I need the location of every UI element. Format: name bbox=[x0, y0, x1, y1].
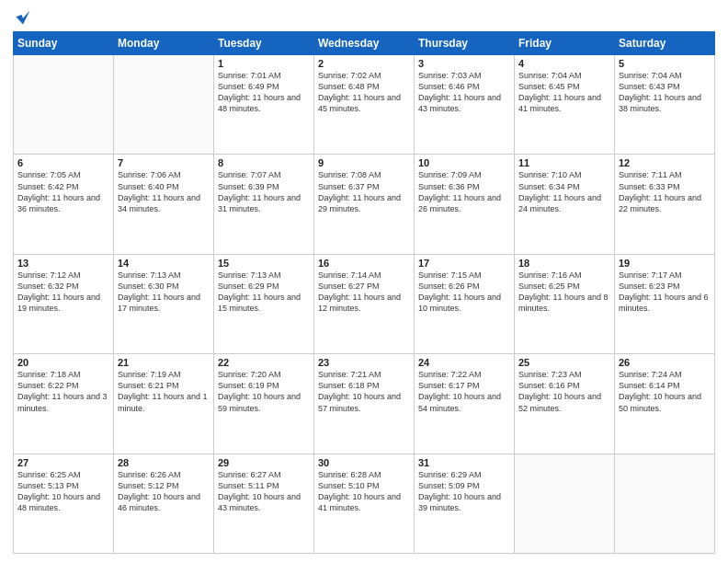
day-number: 19 bbox=[619, 258, 711, 269]
page: SundayMondayTuesdayWednesdayThursdayFrid… bbox=[0, 0, 728, 563]
day-info: Sunrise: 7:08 AM Sunset: 6:37 PM Dayligh… bbox=[318, 169, 410, 214]
day-info: Sunrise: 6:25 AM Sunset: 5:13 PM Dayligh… bbox=[17, 469, 109, 514]
day-number: 8 bbox=[218, 157, 310, 168]
day-number: 26 bbox=[619, 357, 711, 368]
day-number: 16 bbox=[318, 258, 410, 269]
calendar-cell: 20Sunrise: 7:18 AM Sunset: 6:22 PM Dayli… bbox=[14, 354, 114, 454]
calendar-cell: 10Sunrise: 7:09 AM Sunset: 6:36 PM Dayli… bbox=[415, 155, 515, 254]
day-info: Sunrise: 7:13 AM Sunset: 6:29 PM Dayligh… bbox=[218, 270, 310, 315]
calendar-header-row: SundayMondayTuesdayWednesdayThursdayFrid… bbox=[14, 32, 715, 55]
calendar-cell: 2Sunrise: 7:02 AM Sunset: 6:48 PM Daylig… bbox=[314, 55, 415, 155]
calendar-week-row: 6Sunrise: 7:05 AM Sunset: 6:42 PM Daylig… bbox=[14, 155, 715, 254]
calendar-cell: 28Sunrise: 6:26 AM Sunset: 5:12 PM Dayli… bbox=[114, 454, 214, 553]
day-number: 22 bbox=[218, 357, 310, 368]
calendar-cell bbox=[14, 55, 114, 155]
day-number: 5 bbox=[619, 58, 711, 69]
calendar-cell: 31Sunrise: 6:29 AM Sunset: 5:09 PM Dayli… bbox=[415, 454, 515, 553]
day-number: 27 bbox=[17, 457, 109, 468]
day-info: Sunrise: 7:02 AM Sunset: 6:48 PM Dayligh… bbox=[318, 70, 410, 115]
day-info: Sunrise: 7:18 AM Sunset: 6:22 PM Dayligh… bbox=[17, 369, 109, 414]
logo-bird-icon bbox=[15, 9, 31, 26]
calendar-cell: 29Sunrise: 6:27 AM Sunset: 5:11 PM Dayli… bbox=[214, 454, 314, 553]
day-number: 30 bbox=[318, 457, 410, 468]
day-number: 2 bbox=[318, 58, 410, 69]
day-number: 18 bbox=[518, 258, 610, 269]
calendar-cell: 11Sunrise: 7:10 AM Sunset: 6:34 PM Dayli… bbox=[515, 155, 615, 254]
day-info: Sunrise: 7:09 AM Sunset: 6:36 PM Dayligh… bbox=[418, 169, 510, 214]
day-number: 28 bbox=[118, 457, 210, 468]
calendar-cell: 24Sunrise: 7:22 AM Sunset: 6:17 PM Dayli… bbox=[415, 354, 515, 454]
calendar-cell: 27Sunrise: 6:25 AM Sunset: 5:13 PM Dayli… bbox=[14, 454, 114, 553]
day-number: 21 bbox=[118, 357, 210, 368]
calendar-cell: 30Sunrise: 6:28 AM Sunset: 5:10 PM Dayli… bbox=[314, 454, 415, 553]
day-header-wednesday: Wednesday bbox=[314, 32, 415, 55]
day-info: Sunrise: 7:22 AM Sunset: 6:17 PM Dayligh… bbox=[418, 369, 510, 414]
calendar-week-row: 13Sunrise: 7:12 AM Sunset: 6:32 PM Dayli… bbox=[14, 254, 715, 353]
day-number: 20 bbox=[17, 357, 109, 368]
day-number: 9 bbox=[318, 157, 410, 168]
day-number: 24 bbox=[418, 357, 510, 368]
calendar-cell: 9Sunrise: 7:08 AM Sunset: 6:37 PM Daylig… bbox=[314, 155, 415, 254]
calendar-week-row: 1Sunrise: 7:01 AM Sunset: 6:49 PM Daylig… bbox=[14, 55, 715, 155]
calendar-cell: 26Sunrise: 7:24 AM Sunset: 6:14 PM Dayli… bbox=[615, 354, 715, 454]
calendar-week-row: 20Sunrise: 7:18 AM Sunset: 6:22 PM Dayli… bbox=[14, 354, 715, 454]
calendar-cell: 14Sunrise: 7:13 AM Sunset: 6:30 PM Dayli… bbox=[114, 254, 214, 353]
day-info: Sunrise: 7:01 AM Sunset: 6:49 PM Dayligh… bbox=[218, 70, 310, 115]
calendar-cell: 3Sunrise: 7:03 AM Sunset: 6:46 PM Daylig… bbox=[415, 55, 515, 155]
day-info: Sunrise: 7:10 AM Sunset: 6:34 PM Dayligh… bbox=[518, 169, 610, 214]
day-info: Sunrise: 6:28 AM Sunset: 5:10 PM Dayligh… bbox=[318, 469, 410, 514]
day-number: 14 bbox=[118, 258, 210, 269]
day-number: 31 bbox=[418, 457, 510, 468]
calendar-cell: 5Sunrise: 7:04 AM Sunset: 6:43 PM Daylig… bbox=[615, 55, 715, 155]
day-number: 25 bbox=[518, 357, 610, 368]
day-number: 4 bbox=[518, 58, 610, 69]
calendar-cell: 15Sunrise: 7:13 AM Sunset: 6:29 PM Dayli… bbox=[214, 254, 314, 353]
calendar-cell: 17Sunrise: 7:15 AM Sunset: 6:26 PM Dayli… bbox=[415, 254, 515, 353]
day-number: 23 bbox=[318, 357, 410, 368]
calendar-cell: 4Sunrise: 7:04 AM Sunset: 6:45 PM Daylig… bbox=[515, 55, 615, 155]
calendar-cell: 8Sunrise: 7:07 AM Sunset: 6:39 PM Daylig… bbox=[214, 155, 314, 254]
calendar-cell: 13Sunrise: 7:12 AM Sunset: 6:32 PM Dayli… bbox=[14, 254, 114, 353]
day-info: Sunrise: 7:12 AM Sunset: 6:32 PM Dayligh… bbox=[17, 270, 109, 315]
day-header-thursday: Thursday bbox=[415, 32, 515, 55]
day-number: 29 bbox=[218, 457, 310, 468]
day-number: 1 bbox=[218, 58, 310, 69]
day-info: Sunrise: 7:23 AM Sunset: 6:16 PM Dayligh… bbox=[518, 369, 610, 414]
day-number: 3 bbox=[418, 58, 510, 69]
calendar-cell: 23Sunrise: 7:21 AM Sunset: 6:18 PM Dayli… bbox=[314, 354, 415, 454]
calendar-cell bbox=[515, 454, 615, 553]
calendar-cell: 12Sunrise: 7:11 AM Sunset: 6:33 PM Dayli… bbox=[615, 155, 715, 254]
day-number: 12 bbox=[619, 157, 711, 168]
day-number: 13 bbox=[17, 258, 109, 269]
calendar-cell: 6Sunrise: 7:05 AM Sunset: 6:42 PM Daylig… bbox=[14, 155, 114, 254]
day-info: Sunrise: 7:04 AM Sunset: 6:45 PM Dayligh… bbox=[518, 70, 610, 115]
day-info: Sunrise: 7:19 AM Sunset: 6:21 PM Dayligh… bbox=[118, 369, 210, 414]
calendar-cell: 7Sunrise: 7:06 AM Sunset: 6:40 PM Daylig… bbox=[114, 155, 214, 254]
day-info: Sunrise: 7:16 AM Sunset: 6:25 PM Dayligh… bbox=[518, 270, 610, 315]
day-header-monday: Monday bbox=[114, 32, 214, 55]
day-header-saturday: Saturday bbox=[615, 32, 715, 55]
day-info: Sunrise: 7:17 AM Sunset: 6:23 PM Dayligh… bbox=[619, 270, 711, 315]
day-info: Sunrise: 6:29 AM Sunset: 5:09 PM Dayligh… bbox=[418, 469, 510, 514]
day-info: Sunrise: 7:06 AM Sunset: 6:40 PM Dayligh… bbox=[118, 169, 210, 214]
calendar-cell: 25Sunrise: 7:23 AM Sunset: 6:16 PM Dayli… bbox=[515, 354, 615, 454]
day-header-sunday: Sunday bbox=[14, 32, 114, 55]
calendar-cell bbox=[114, 55, 214, 155]
day-number: 17 bbox=[418, 258, 510, 269]
header bbox=[13, 9, 715, 26]
day-number: 15 bbox=[218, 258, 310, 269]
day-info: Sunrise: 7:13 AM Sunset: 6:30 PM Dayligh… bbox=[118, 270, 210, 315]
day-info: Sunrise: 7:07 AM Sunset: 6:39 PM Dayligh… bbox=[218, 169, 310, 214]
calendar-cell bbox=[615, 454, 715, 553]
calendar-week-row: 27Sunrise: 6:25 AM Sunset: 5:13 PM Dayli… bbox=[14, 454, 715, 553]
calendar-cell: 22Sunrise: 7:20 AM Sunset: 6:19 PM Dayli… bbox=[214, 354, 314, 454]
day-info: Sunrise: 6:27 AM Sunset: 5:11 PM Dayligh… bbox=[218, 469, 310, 514]
day-number: 11 bbox=[518, 157, 610, 168]
day-info: Sunrise: 7:11 AM Sunset: 6:33 PM Dayligh… bbox=[619, 169, 711, 214]
calendar-cell: 1Sunrise: 7:01 AM Sunset: 6:49 PM Daylig… bbox=[214, 55, 314, 155]
logo bbox=[13, 9, 31, 26]
calendar-cell: 21Sunrise: 7:19 AM Sunset: 6:21 PM Dayli… bbox=[114, 354, 214, 454]
day-info: Sunrise: 7:03 AM Sunset: 6:46 PM Dayligh… bbox=[418, 70, 510, 115]
calendar-cell: 18Sunrise: 7:16 AM Sunset: 6:25 PM Dayli… bbox=[515, 254, 615, 353]
day-number: 10 bbox=[418, 157, 510, 168]
